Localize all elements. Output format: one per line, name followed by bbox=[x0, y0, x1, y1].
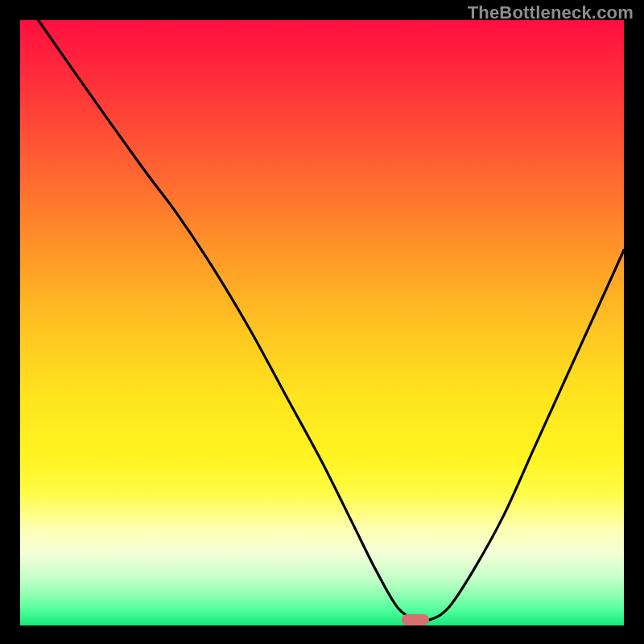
chart-background-gradient bbox=[20, 20, 624, 625]
optimal-point-marker bbox=[402, 614, 429, 625]
chart-frame bbox=[20, 20, 624, 625]
svg-rect-0 bbox=[20, 20, 624, 625]
